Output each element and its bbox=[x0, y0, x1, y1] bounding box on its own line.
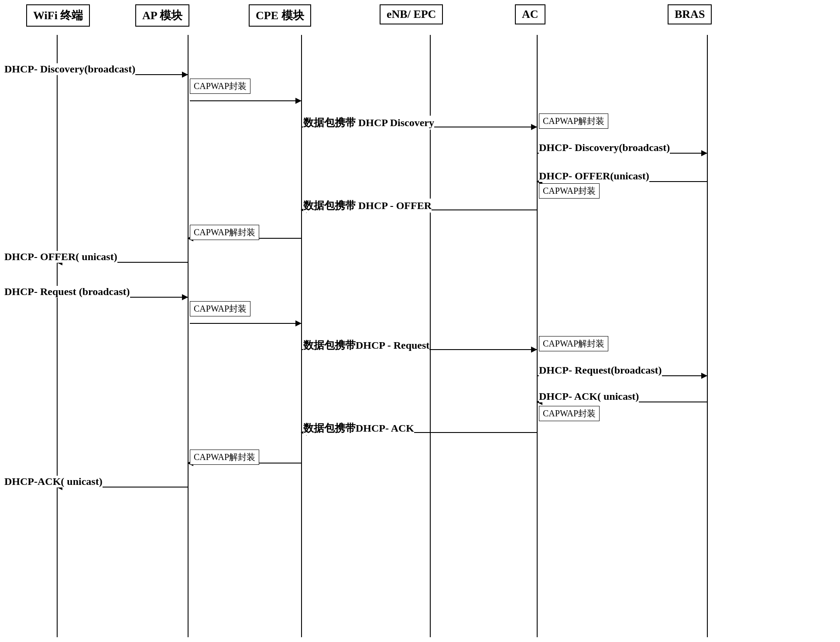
label-msg1: DHCP- Discovery(broadcast) bbox=[4, 63, 135, 75]
label-msg11: 数据包携带DHCP - Request bbox=[303, 338, 429, 352]
sequence-diagram: WiFi 终端AP 模块CPE 模块eNB/ EPCACBRASDHCP- Di… bbox=[0, 0, 840, 642]
lifeline-header-cpe: CPE 模块 bbox=[249, 4, 311, 27]
label-msg5: DHCP- OFFER(unicast) bbox=[539, 170, 649, 182]
label-msg13: DHCP- ACK( unicast) bbox=[539, 391, 639, 402]
label-msg16: DHCP-ACK( unicast) bbox=[4, 476, 103, 488]
label-msg8: DHCP- OFFER( unicast) bbox=[4, 251, 117, 263]
label-msg9: DHCP- Request (broadcast) bbox=[4, 286, 130, 298]
label-msg3: 数据包携带 DHCP Discovery bbox=[303, 116, 434, 130]
lifeline-header-ap: AP 模块 bbox=[135, 4, 189, 27]
box-capwap5: CAPWAP封装 bbox=[190, 301, 250, 316]
box-capwap8: CAPWAP解封装 bbox=[190, 450, 259, 465]
box-capwap7: CAPWAP封装 bbox=[539, 406, 600, 421]
lifeline-header-enb: eNB/ EPC bbox=[380, 4, 443, 24]
box-capwap2: CAPWAP解封装 bbox=[539, 113, 608, 129]
label-msg12: DHCP- Request(broadcast) bbox=[539, 364, 662, 376]
lifeline-header-wifi: WiFi 终端 bbox=[26, 4, 90, 27]
lifeline-header-ac: AC bbox=[515, 4, 545, 24]
box-capwap1: CAPWAP封装 bbox=[190, 79, 250, 94]
arrow-msg10 bbox=[190, 323, 301, 324]
lifeline-line-cpe bbox=[301, 35, 302, 637]
label-msg14: 数据包携带DHCP- ACK bbox=[303, 421, 414, 435]
label-msg6: 数据包携带 DHCP - OFFER bbox=[303, 199, 432, 213]
arrow-msg2 bbox=[190, 100, 301, 101]
box-capwap4: CAPWAP解封装 bbox=[190, 225, 259, 240]
lifeline-header-bras: BRAS bbox=[668, 4, 712, 24]
label-msg4: DHCP- Discovery(broadcast) bbox=[539, 142, 670, 154]
lifeline-line-bras bbox=[707, 35, 708, 637]
lifeline-line-wifi bbox=[57, 35, 58, 637]
lifeline-line-ap bbox=[188, 35, 189, 637]
box-capwap3: CAPWAP封装 bbox=[539, 183, 600, 199]
box-capwap6: CAPWAP解封装 bbox=[539, 336, 608, 351]
